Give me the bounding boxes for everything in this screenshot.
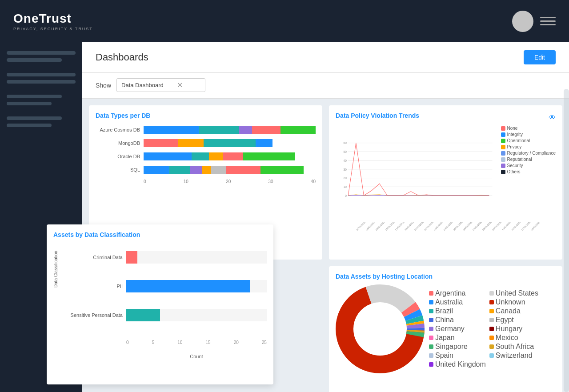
legend-label: United Kingdom: [435, 360, 486, 368]
sidebar-group-4: [7, 116, 76, 127]
sidebar-group-2: [7, 73, 76, 84]
legend-label: Switzerland: [496, 352, 533, 360]
bar-segment: [239, 126, 252, 134]
bar-segment: [260, 166, 304, 174]
bar-track: [144, 139, 316, 147]
legend-dot: [429, 309, 433, 313]
dashboard-select[interactable]: Data Dashboard ✕: [116, 78, 205, 92]
svg-text:10/01/2020: 10/01/2020: [501, 222, 512, 231]
legend-dot: [429, 300, 433, 304]
sidebar-item[interactable]: [7, 124, 52, 127]
legend-dot: [489, 300, 494, 304]
legend-label: Mexico: [496, 334, 518, 342]
svg-text:07/01/2019: 07/01/2019: [356, 222, 366, 231]
bar-segment: [252, 126, 281, 134]
legend-dot: [429, 353, 433, 358]
top-right-area: [512, 11, 556, 32]
bar-label: MongoDB: [96, 140, 140, 146]
svg-text:08/01/2019: 08/01/2019: [365, 222, 376, 231]
sidebar-item[interactable]: [7, 116, 62, 120]
legend-item: Hungary: [489, 325, 546, 333]
top-navigation: OneTrust PRIVACY, SECURITY & TRUST: [0, 0, 569, 42]
legend-item: China: [429, 316, 486, 324]
x-axis-labels: 07/01/2019 08/01/2019 09/01/2019 10/01/2…: [336, 222, 556, 236]
assets-classification-card: Assets by Data Classification Data Class…: [47, 224, 273, 384]
legend-label: Brazil: [435, 307, 453, 315]
donut-legend-container: Argentina United States Australia: [429, 289, 546, 368]
table-row: Sensitive Personal Data: [60, 309, 267, 321]
legend-dot: [501, 139, 505, 143]
sidebar-item[interactable]: [7, 80, 76, 84]
svg-text:01/02/2020: 01/02/2020: [414, 222, 425, 231]
legend-dot: [429, 344, 433, 349]
sidebar-item[interactable]: [7, 51, 76, 55]
legend-label: Integrity: [507, 132, 523, 137]
legend-dot: [429, 291, 433, 296]
filter-row: Show Data Dashboard ✕: [82, 73, 569, 99]
legend-label: Unknown: [496, 298, 525, 306]
hosting-chart-title: Data Assets by Hosting Location: [336, 273, 556, 280]
svg-text:10: 10: [344, 185, 347, 188]
legend-item: Australia: [429, 298, 486, 306]
svg-text:01/01/2021: 01/01/2021: [530, 222, 540, 231]
assets-classification-chart: Data Classification Criminal Data PII Se…: [53, 243, 267, 367]
svg-text:60: 60: [344, 141, 347, 144]
legend-label: Operational: [507, 138, 530, 143]
legend-item: Egypt: [489, 316, 546, 324]
bar-segment: [226, 166, 260, 174]
legend-label: Regulatory / Compliance: [507, 151, 556, 156]
hbar-label: Criminal Data: [60, 255, 123, 260]
sidebar-group-3: [7, 95, 76, 105]
svg-text:09/01/2020: 09/01/2020: [492, 222, 502, 231]
legend-label: Hungary: [496, 325, 522, 333]
svg-point-43: [355, 304, 405, 354]
page-title: Dashboards: [96, 52, 148, 63]
sidebar-item[interactable]: [7, 95, 62, 98]
legend-item: Operational: [501, 138, 556, 143]
clear-filter-button[interactable]: ✕: [177, 81, 183, 89]
svg-text:11/01/2019: 11/01/2019: [394, 222, 405, 231]
y-axis-label: Data Classification: [53, 243, 58, 296]
hbar-label: Sensitive Personal Data: [60, 312, 123, 318]
sidebar-item[interactable]: [7, 73, 76, 76]
brand-tagline: PRIVACY, SECURITY & TRUST: [13, 27, 93, 31]
bar-segment: [243, 152, 295, 160]
legend-label: China: [435, 316, 454, 324]
bar-segment: [144, 166, 169, 174]
bar-segment: [280, 126, 316, 134]
legend-dot: [429, 318, 433, 322]
svg-text:09/01/2019: 09/01/2019: [375, 222, 386, 231]
bar-segment: [256, 139, 273, 147]
assets-classification-title: Assets by Data Classification: [53, 231, 267, 238]
avatar[interactable]: [512, 11, 533, 32]
hbar-rows: Criminal Data PII Sensitive Personal Dat…: [60, 243, 267, 367]
table-row: Oracle DB: [96, 152, 316, 160]
legend-dot: [501, 126, 505, 131]
hbar-fill: [126, 251, 137, 264]
svg-text:30: 30: [344, 168, 347, 171]
bar-segment: [223, 152, 243, 160]
legend-label: Privacy: [507, 144, 522, 149]
svg-text:07/01/2020: 07/01/2020: [472, 222, 483, 231]
hbar-track: [126, 309, 267, 321]
scrollbar[interactable]: [564, 89, 569, 392]
legend-item: Spain: [429, 352, 486, 360]
svg-text:04/01/2020: 04/01/2020: [443, 222, 453, 231]
hamburger-menu[interactable]: [540, 17, 556, 25]
legend-item: Japan: [429, 334, 486, 342]
legend-label: Australia: [435, 298, 463, 306]
bar-segment: [209, 152, 223, 160]
x-axis-labels: 0 5 10 15 20 25: [60, 340, 267, 345]
legend-item: Switzerland: [489, 352, 546, 360]
axis-label: 15: [205, 340, 210, 345]
svg-text:12/01/2019: 12/01/2019: [404, 222, 415, 231]
sidebar-item[interactable]: [7, 102, 52, 105]
eye-icon[interactable]: 👁: [549, 114, 556, 122]
axis-label: 25: [262, 340, 267, 345]
table-row: Azure Cosmos DB: [96, 126, 316, 134]
legend-item: Canada: [489, 307, 546, 315]
legend-item: Unknown: [489, 298, 546, 306]
edit-button[interactable]: Edit: [524, 50, 556, 64]
legend-item: None: [501, 126, 556, 131]
sidebar-item[interactable]: [7, 58, 62, 62]
